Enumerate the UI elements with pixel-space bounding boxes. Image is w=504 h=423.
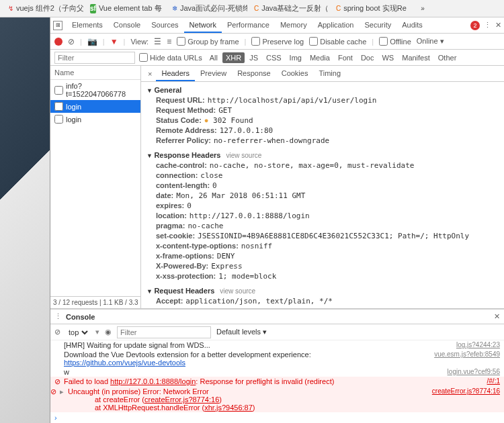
console-prompt[interactable]: › <box>50 412 504 423</box>
browser-tab[interactable]: ❄Java面试必问-死锁终 <box>167 1 247 16</box>
source-link[interactable]: vue.esm.js?efeb:8549 <box>434 350 500 358</box>
devtools-tab-security[interactable]: Security <box>359 18 396 33</box>
devtools-tab-network[interactable]: Network <box>184 18 222 33</box>
header-row: Accept: application/json, text/plain, */… <box>146 296 499 306</box>
error-indicator[interactable]: 2 <box>470 21 480 30</box>
log-levels-select[interactable]: Default levels ▾ <box>216 328 267 336</box>
detail-tab-response[interactable]: Response <box>232 66 276 81</box>
expand-icon[interactable]: ▸ <box>60 387 68 396</box>
hide-data-urls-checkbox[interactable]: Hide data URLs <box>139 53 202 62</box>
header-row: location: http://127.0.0.1:8888/login <box>146 211 499 221</box>
view-small-icon[interactable]: ≡ <box>167 37 171 46</box>
detail-tab-preview[interactable]: Preview <box>195 66 232 81</box>
dock-side-icon[interactable]: ⊞ <box>53 21 62 30</box>
devtools-tab-console[interactable]: Console <box>108 18 146 33</box>
type-filter-img[interactable]: Img <box>286 52 305 63</box>
devtools-tab-memory[interactable]: Memory <box>275 18 312 33</box>
type-filter-doc[interactable]: Doc <box>358 52 378 63</box>
devtools-tab-sources[interactable]: Sources <box>146 18 183 33</box>
network-filter-input[interactable] <box>54 52 135 64</box>
console-clear-icon[interactable]: ⊘ <box>54 328 60 336</box>
header-row: x-frame-options: DENY <box>146 251 499 261</box>
header-value: ● 302 Found <box>204 116 253 125</box>
tab-favicon: sf <box>90 4 96 13</box>
section-header[interactable]: Response Headersview source <box>146 150 499 160</box>
clear-icon[interactable]: ⊘ <box>68 37 75 46</box>
record-icon[interactable] <box>54 38 62 46</box>
browser-tab[interactable]: ↯vuejs 组件2（子向父 <box>3 1 83 16</box>
network-status-bar: 3 / 12 requests | 1.1 KB / 3.3 KB transf… <box>50 296 140 308</box>
console-menu-icon[interactable]: ⋮ <box>54 312 62 321</box>
type-filter-css[interactable]: CSS <box>263 52 285 63</box>
browser-tab[interactable]: CJava基础之一反射（ <box>249 1 329 16</box>
preserve-log-checkbox[interactable]: Preserve log <box>251 37 304 46</box>
detail-tab-cookies[interactable]: Cookies <box>276 66 314 81</box>
source-link[interactable]: /#/:1 <box>487 377 500 385</box>
request-row[interactable]: login <box>50 100 140 113</box>
header-key: X-Powered-By: <box>156 262 208 271</box>
detail-tab-headers[interactable]: Headers <box>156 66 195 81</box>
header-value: 1; mode=block <box>218 272 276 281</box>
view-source-link[interactable]: view source <box>226 152 261 159</box>
header-value: no-cache <box>187 222 223 230</box>
request-checkbox[interactable] <box>54 102 63 111</box>
view-source-link[interactable]: view source <box>220 287 255 295</box>
devtools-menu-icon[interactable]: ⋮ <box>484 21 491 30</box>
browser-tab[interactable]: Cspring boot 实现Re <box>331 1 411 16</box>
header-value: 127.0.0.1:80 <box>220 126 273 135</box>
type-filter-media[interactable]: Media <box>306 52 333 63</box>
browser-tab[interactable]: » <box>413 1 435 16</box>
stack-link[interactable]: xhr.js?9456:87 <box>204 404 253 412</box>
header-key: Request Method: <box>156 106 216 115</box>
stack-link[interactable]: createError.js?8774:16 <box>144 395 219 404</box>
type-filter-ws[interactable]: WS <box>378 52 397 63</box>
console-error: ⊘▸Uncaught (in promise) Error: Network E… <box>50 387 504 412</box>
source-link[interactable]: createError.js?8774:16 <box>432 387 500 395</box>
type-filter-font[interactable]: Font <box>335 52 356 63</box>
request-checkbox[interactable] <box>54 115 63 124</box>
request-row[interactable]: info?t=1522047066778 <box>50 80 140 100</box>
source-link[interactable]: login.vue?cef9:56 <box>448 368 500 375</box>
header-key: Status Code: <box>156 116 202 125</box>
request-row[interactable]: login <box>50 113 140 126</box>
detail-close-icon[interactable]: × <box>144 70 156 78</box>
browser-tab[interactable]: sfVue element tab 每 <box>85 1 165 16</box>
header-key: location: <box>156 211 187 220</box>
devtools-panel: ⊞ ElementsConsoleSourcesNetworkPerforman… <box>50 17 504 423</box>
offline-checkbox[interactable]: Offline <box>379 37 411 46</box>
online-label[interactable]: Online ▾ <box>417 37 444 46</box>
type-filter-manifest[interactable]: Manifest <box>398 52 433 63</box>
header-row: Request Method: GET <box>146 105 499 115</box>
console-filter-input[interactable] <box>117 326 211 338</box>
devtools-link[interactable]: https://github.com/vuejs/vue-devtools <box>64 359 185 367</box>
console-eye-icon[interactable]: ◉ <box>105 328 112 336</box>
disable-cache-checkbox[interactable]: Disable cache <box>309 37 366 46</box>
devtools-close-icon[interactable]: ✕ <box>495 21 501 30</box>
context-select[interactable]: top <box>66 328 90 337</box>
view-large-icon[interactable]: ☰ <box>154 37 161 46</box>
filter-icon[interactable]: ▼ <box>110 37 118 46</box>
devtools-tab-elements[interactable]: Elements <box>67 18 108 33</box>
request-list-header[interactable]: Name <box>50 66 140 80</box>
devtools-tab-application[interactable]: Application <box>312 18 360 33</box>
devtools-tab-audits[interactable]: Audits <box>396 18 428 33</box>
type-filter-other[interactable]: Other <box>435 52 460 63</box>
header-value: Express <box>211 262 242 271</box>
section-header[interactable]: Request Headersview source <box>146 285 499 296</box>
browser-tab-strip: ↯vuejs 组件2（子向父sfVue element tab 每❄Java面试… <box>0 0 504 17</box>
request-checkbox[interactable] <box>54 86 63 95</box>
tab-label: Vue element tab 每 <box>99 3 162 13</box>
devtools-tab-performance[interactable]: Performance <box>222 18 275 33</box>
type-filter-all[interactable]: All <box>206 52 221 63</box>
source-link[interactable]: log.js?4244:23 <box>456 341 500 348</box>
detail-tab-timing[interactable]: Timing <box>313 66 346 81</box>
console-close-icon[interactable]: ✕ <box>494 312 500 321</box>
type-filter-xhr[interactable]: XHR <box>222 52 245 63</box>
type-filter-js[interactable]: JS <box>246 52 261 63</box>
header-row: X-Powered-By: Express <box>146 261 499 271</box>
page-background <box>0 17 50 423</box>
header-key: cache-control: <box>156 161 207 170</box>
capture-icon[interactable]: 📷 <box>87 37 97 46</box>
section-header[interactable]: General <box>146 85 499 95</box>
group-by-frame-checkbox[interactable]: Group by frame <box>177 37 239 46</box>
